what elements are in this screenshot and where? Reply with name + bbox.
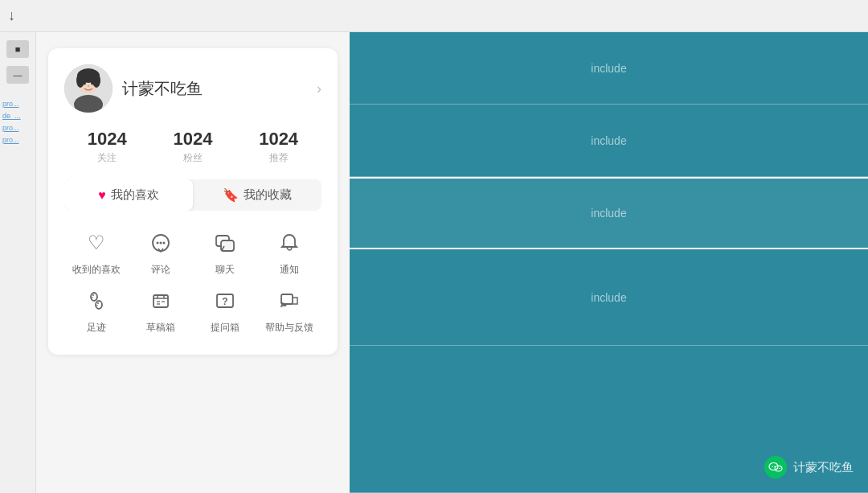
right-section-1: include xyxy=(350,32,868,105)
stat-fans[interactable]: 1024 粉丝 xyxy=(174,129,213,165)
menu-item-feedback[interactable]: 帮助与反馈 xyxy=(257,285,321,335)
main-area: ■ — pro... de_... pro... pro... xyxy=(0,32,868,493)
right-panel: include include include include xyxy=(350,32,868,493)
menu-item-drafts[interactable]: 草稿箱 xyxy=(129,285,193,335)
tab-row: ♥ 我的喜欢 🔖 我的收藏 xyxy=(64,179,321,211)
tab-collections-label: 我的收藏 xyxy=(244,187,292,203)
menu-item-likes-received[interactable]: ♡ 收到的喜欢 xyxy=(64,227,129,277)
stat-recommend[interactable]: 1024 推荐 xyxy=(259,129,298,165)
menu-item-footprint[interactable]: 足迹 xyxy=(64,285,129,335)
left-sidebar: ■ — pro... de_... pro... pro... xyxy=(0,32,36,493)
menu-item-comments[interactable]: 评论 xyxy=(129,227,193,277)
svg-point-29 xyxy=(777,468,778,469)
chat-label: 聊天 xyxy=(215,263,235,277)
sidebar-expand-btn[interactable]: ■ xyxy=(6,40,29,58)
heart-icon: ♥ xyxy=(98,188,106,203)
sidebar-label-2[interactable]: de_... xyxy=(2,112,33,120)
svg-point-27 xyxy=(772,466,773,467)
download-icon[interactable]: ↓ xyxy=(8,7,15,24)
svg-point-30 xyxy=(779,468,780,469)
following-label: 关注 xyxy=(88,151,127,165)
svg-point-28 xyxy=(774,466,776,467)
svg-point-7 xyxy=(91,81,94,85)
stats-row: 1024 关注 1024 粉丝 1024 推荐 xyxy=(64,129,321,165)
profile-left: 计蒙不吃鱼 xyxy=(64,64,203,113)
fans-count: 1024 xyxy=(174,129,213,150)
avatar[interactable] xyxy=(64,64,113,113)
menu-item-notifications[interactable]: 通知 xyxy=(257,227,321,277)
watermark: 计蒙不吃鱼 xyxy=(764,456,854,479)
chat-icon xyxy=(209,227,241,259)
sidebar-label-1[interactable]: pro... xyxy=(2,100,33,108)
svg-point-4 xyxy=(76,73,84,88)
top-bar: ↓ xyxy=(0,0,868,32)
feedback-icon xyxy=(273,285,305,317)
recommend-label: 推荐 xyxy=(259,151,298,165)
right-section-4: include xyxy=(350,249,868,346)
right-section-2: include xyxy=(350,105,868,177)
footprint-icon xyxy=(80,285,113,317)
sidebar-label-3[interactable]: pro... xyxy=(2,124,33,132)
svg-point-15 xyxy=(91,293,97,301)
svg-point-17 xyxy=(92,294,94,296)
username: 计蒙不吃鱼 xyxy=(122,78,203,100)
svg-point-18 xyxy=(92,298,93,299)
svg-point-5 xyxy=(92,73,100,88)
svg-rect-21 xyxy=(154,295,168,307)
bookmark-icon: 🔖 xyxy=(223,187,239,203)
comments-icon xyxy=(145,227,177,259)
tab-likes[interactable]: ♥ 我的喜欢 xyxy=(64,179,193,211)
notifications-label: 通知 xyxy=(280,263,299,277)
svg-point-25 xyxy=(769,463,778,470)
center-panel: 计蒙不吃鱼 › 1024 关注 1024 粉丝 1024 推荐 xyxy=(36,32,350,493)
svg-point-12 xyxy=(163,242,166,244)
sidebar-collapse-btn[interactable]: — xyxy=(6,66,29,84)
menu-item-chat[interactable]: 聊天 xyxy=(193,227,257,277)
following-count: 1024 xyxy=(88,129,127,150)
fans-label: 粉丝 xyxy=(174,151,213,165)
svg-text:?: ? xyxy=(222,296,227,307)
sidebar-label-list: pro... de_... pro... pro... xyxy=(2,100,33,144)
tab-likes-label: 我的喜欢 xyxy=(111,187,159,203)
menu-grid: ♡ 收到的喜欢 评论 xyxy=(64,227,321,335)
likes-received-icon: ♡ xyxy=(80,227,113,259)
section-4-label: include xyxy=(591,291,626,304)
chevron-right-icon[interactable]: › xyxy=(317,80,321,97)
svg-point-10 xyxy=(157,242,159,244)
stat-following[interactable]: 1024 关注 xyxy=(88,129,127,165)
svg-point-16 xyxy=(96,301,102,309)
watermark-text: 计蒙不吃鱼 xyxy=(793,460,854,475)
question-box-label: 提问箱 xyxy=(211,321,240,335)
wechat-logo-icon xyxy=(764,456,787,479)
svg-point-6 xyxy=(83,81,86,85)
section-1-label: include xyxy=(591,62,626,75)
section-2-label: include xyxy=(591,134,626,147)
feedback-label: 帮助与反馈 xyxy=(265,321,313,335)
profile-header: 计蒙不吃鱼 › xyxy=(64,64,321,113)
recommend-count: 1024 xyxy=(259,129,298,150)
svg-point-8 xyxy=(88,85,89,87)
svg-point-11 xyxy=(160,242,162,244)
profile-card: 计蒙不吃鱼 › 1024 关注 1024 粉丝 1024 推荐 xyxy=(48,48,338,355)
svg-point-19 xyxy=(97,302,99,304)
question-box-icon: ? xyxy=(209,285,241,317)
footprint-label: 足迹 xyxy=(87,321,106,335)
svg-point-20 xyxy=(96,306,98,307)
notifications-icon xyxy=(273,227,305,259)
likes-received-label: 收到的喜欢 xyxy=(72,263,121,277)
tab-collections[interactable]: 🔖 我的收藏 xyxy=(193,179,321,211)
comments-label: 评论 xyxy=(151,263,170,277)
menu-item-question-box[interactable]: ? 提问箱 xyxy=(193,285,257,335)
drafts-icon xyxy=(145,285,177,317)
right-section-3: include xyxy=(350,177,868,249)
sidebar-label-4[interactable]: pro... xyxy=(2,136,33,144)
drafts-label: 草稿箱 xyxy=(146,321,175,335)
section-3-label: include xyxy=(591,207,626,220)
